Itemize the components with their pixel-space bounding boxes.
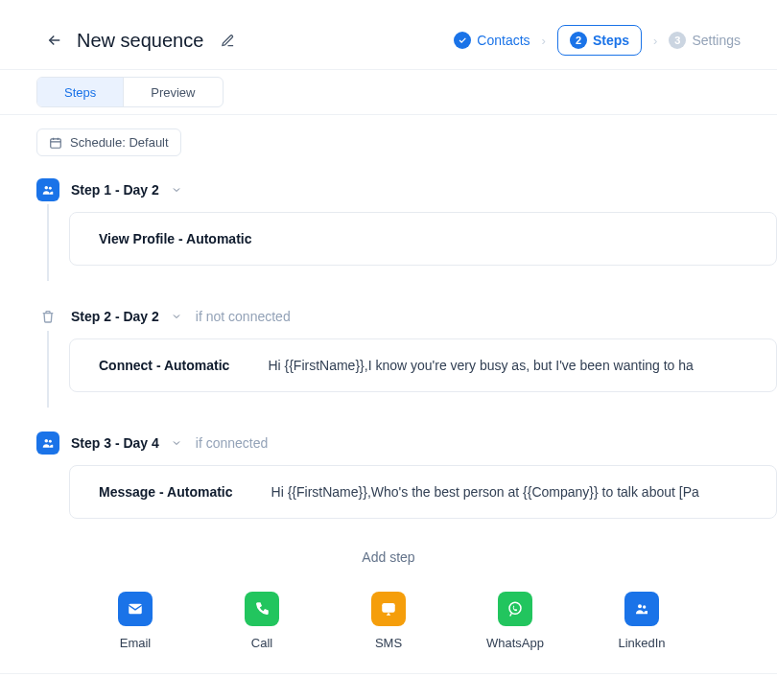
- pencil-icon[interactable]: [221, 34, 235, 48]
- stepper-settings-num: 3: [669, 32, 686, 49]
- header: New sequence Contacts › 2 Steps › 3 Sett…: [0, 0, 777, 69]
- step-header[interactable]: Step 2 - Day 2 if not connected: [36, 296, 777, 337]
- tab-steps[interactable]: Steps: [37, 78, 124, 106]
- add-step-label: LinkedIn: [618, 636, 665, 650]
- call-icon: [245, 592, 279, 626]
- stepper-steps-num: 2: [570, 32, 587, 49]
- step-title: Step 1 - Day 2: [71, 182, 159, 198]
- add-step-section: Add step Email Call SMS WhatsApp LinkedI…: [0, 549, 777, 674]
- chevron-down-icon[interactable]: [171, 437, 182, 449]
- chevron-down-icon[interactable]: [171, 311, 182, 322]
- whatsapp-icon: [498, 592, 532, 626]
- stepper-contacts-label: Contacts: [477, 33, 530, 48]
- step-header[interactable]: Step 1 - Day 2: [36, 170, 777, 210]
- page-title: New sequence: [77, 30, 203, 52]
- stepper-settings-label: Settings: [692, 33, 741, 48]
- add-step-row: Email Call SMS WhatsApp LinkedIn: [0, 592, 777, 674]
- step-card[interactable]: View Profile - Automatic: [69, 212, 777, 266]
- linkedin-icon: [624, 592, 659, 626]
- add-step-label: Call: [251, 636, 272, 650]
- tabs-row: Steps Preview: [0, 69, 777, 115]
- svg-point-3: [45, 439, 49, 443]
- step-card[interactable]: Connect - Automatic Hi {{FirstName}},I k…: [69, 338, 777, 392]
- svg-rect-0: [51, 138, 61, 147]
- schedule-button[interactable]: Schedule: Default: [36, 128, 181, 156]
- step-condition: if connected: [196, 435, 269, 451]
- trash-icon[interactable]: [36, 305, 59, 328]
- sms-icon: [371, 592, 406, 626]
- step-card-title: Message - Automatic: [99, 484, 233, 500]
- svg-point-9: [643, 605, 646, 608]
- svg-point-4: [49, 440, 52, 443]
- stepper-steps-label: Steps: [593, 33, 629, 48]
- step-card-body: Hi {{FirstName}},Who's the best person a…: [271, 484, 747, 500]
- tabs: Steps Preview: [36, 77, 224, 107]
- step-header[interactable]: Step 3 - Day 4 if connected: [36, 423, 777, 463]
- step-card[interactable]: Message - Automatic Hi {{FirstName}},Who…: [69, 465, 777, 519]
- stepper-settings[interactable]: 3 Settings: [669, 32, 741, 49]
- step-card-title: Connect - Automatic: [99, 358, 229, 373]
- step-card-body: Hi {{FirstName}},I know you're very busy…: [268, 358, 747, 373]
- chevron-right-icon: ›: [542, 34, 546, 48]
- chevron-right-icon: ›: [653, 34, 657, 48]
- wizard-stepper: Contacts › 2 Steps › 3 Settings: [454, 25, 741, 56]
- add-step-label: SMS: [375, 636, 402, 650]
- svg-point-2: [49, 187, 52, 190]
- tab-preview[interactable]: Preview: [124, 78, 222, 106]
- add-step-label: Email: [120, 636, 152, 650]
- add-step-whatsapp[interactable]: WhatsApp: [482, 592, 549, 650]
- add-step-call[interactable]: Call: [228, 592, 295, 650]
- svg-point-8: [638, 604, 642, 608]
- people-icon: [36, 178, 59, 201]
- step-card-title: View Profile - Automatic: [99, 231, 251, 246]
- chevron-down-icon[interactable]: [171, 184, 182, 196]
- add-step-title: Add step: [0, 549, 777, 565]
- step-title: Step 3 - Day 4: [71, 435, 159, 451]
- add-step-email[interactable]: Email: [102, 592, 169, 650]
- stepper-contacts[interactable]: Contacts: [454, 32, 530, 49]
- add-step-sms[interactable]: SMS: [355, 592, 422, 650]
- back-arrow-icon[interactable]: [46, 32, 63, 49]
- schedule-label: Schedule: Default: [70, 135, 169, 150]
- check-circle-icon: [454, 32, 471, 49]
- step-condition: if not connected: [196, 309, 291, 324]
- svg-point-7: [509, 602, 521, 614]
- add-step-linkedin[interactable]: LinkedIn: [608, 592, 675, 650]
- people-icon: [36, 432, 59, 455]
- calendar-icon: [49, 136, 62, 150]
- svg-rect-6: [382, 603, 395, 613]
- add-step-label: WhatsApp: [486, 636, 544, 650]
- email-icon: [118, 592, 153, 626]
- steps-area: Step 1 - Day 2 View Profile - Automatic …: [0, 162, 777, 519]
- step-title: Step 2 - Day 2: [71, 309, 159, 324]
- svg-point-1: [45, 186, 49, 190]
- stepper-steps[interactable]: 2 Steps: [557, 25, 642, 56]
